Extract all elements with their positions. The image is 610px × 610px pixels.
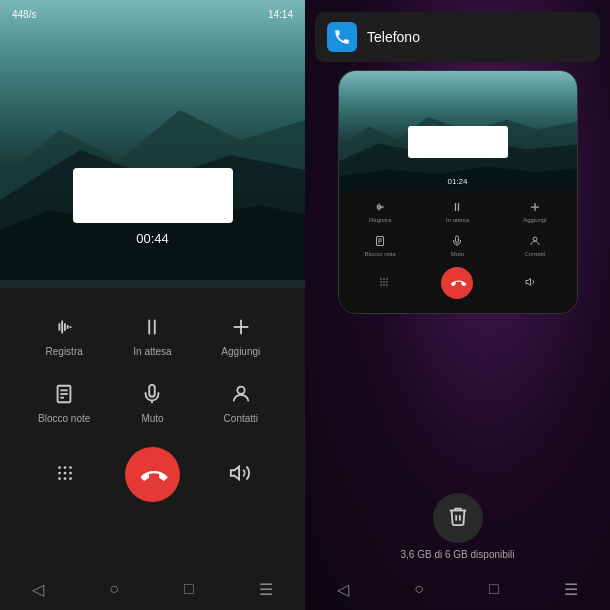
btn-registra[interactable]: Registra (20, 308, 108, 365)
mini-phone: 01:24 Registra (338, 70, 578, 314)
contatti-icon (230, 383, 252, 408)
end-call-button[interactable] (125, 447, 180, 502)
caller-card (73, 168, 233, 223)
svg-point-52 (383, 281, 385, 283)
svg-point-51 (380, 281, 382, 283)
right-nav-menu[interactable]: ☰ (564, 580, 578, 599)
mini-end-call-icon (446, 271, 469, 294)
svg-point-50 (386, 278, 388, 280)
storage-text: 3,6 GB di 6 GB disponibili (401, 549, 515, 560)
svg-point-48 (380, 278, 382, 280)
svg-point-26 (64, 477, 67, 480)
svg-point-24 (69, 472, 72, 475)
mini-btn-contatti[interactable]: Contatti (497, 231, 572, 261)
nav-bar-right: ◁ ○ □ ☰ (305, 568, 610, 610)
right-nav-back[interactable]: ◁ (337, 580, 349, 599)
mini-blocco-note-icon (374, 235, 386, 249)
mini-speaker-icon (525, 276, 537, 290)
status-bar: 448/s 14:14 (0, 0, 305, 28)
mini-aggiungi-label: Aggiungi (523, 217, 546, 223)
mini-in-attesa-label: In attesa (446, 217, 469, 223)
in-attesa-label: In attesa (133, 346, 171, 357)
mini-btn-speaker[interactable] (525, 272, 537, 294)
right-nav-home[interactable]: ○ (414, 580, 424, 598)
call-timer: 00:44 (136, 231, 169, 246)
mini-muto-icon (451, 235, 463, 249)
mini-caller-card (408, 126, 508, 158)
blocco-note-label: Blocco note (38, 413, 90, 424)
notification-popup[interactable]: Telefono (315, 12, 600, 62)
mini-controls: Registra In attesa (339, 191, 577, 313)
btn-dialpad[interactable] (54, 454, 76, 495)
registra-icon (53, 316, 75, 341)
right-nav-recents[interactable]: □ (489, 580, 499, 598)
svg-marker-57 (526, 279, 531, 286)
btn-blocco-note[interactable]: Blocco note (20, 375, 108, 432)
aggiungi-icon (230, 316, 252, 341)
end-call-icon (132, 454, 173, 495)
notif-app-icon (327, 22, 357, 52)
registra-label: Registra (46, 346, 83, 357)
trash-area: 3,6 GB di 6 GB disponibili (305, 493, 610, 568)
mini-bottom-row (343, 261, 573, 307)
bottom-call-row (10, 432, 295, 512)
svg-point-20 (64, 466, 67, 469)
nav-menu[interactable]: ☰ (259, 580, 273, 599)
mini-contatti-label: Contatti (524, 251, 545, 257)
nav-back[interactable]: ◁ (32, 580, 44, 599)
btn-contatti[interactable]: Contatti (197, 375, 285, 432)
nav-home[interactable]: ○ (109, 580, 119, 598)
mini-btn-blocco-note[interactable]: Blocco note (343, 231, 418, 261)
in-attesa-icon (141, 316, 163, 341)
btn-speaker[interactable] (229, 454, 251, 495)
mini-registra-label: Registra (369, 217, 391, 223)
right-side: Telefono 01:24 (305, 0, 610, 610)
mini-registra-icon (374, 201, 386, 215)
svg-point-53 (386, 281, 388, 283)
svg-point-25 (58, 477, 61, 480)
mini-in-attesa-icon (451, 201, 463, 215)
btn-aggiungi[interactable]: Aggiungi (197, 308, 285, 365)
call-content: 00:44 (0, 28, 305, 288)
mini-btn-aggiungi[interactable]: Aggiungi (497, 197, 572, 227)
controls-area: Registra In attesa Aggiungi (0, 288, 305, 568)
mini-aggiungi-icon (529, 201, 541, 215)
svg-marker-28 (230, 467, 238, 480)
status-time: 14:14 (268, 9, 293, 20)
svg-point-19 (58, 466, 61, 469)
trash-icon (447, 505, 469, 532)
svg-point-21 (69, 466, 72, 469)
svg-point-55 (383, 284, 385, 286)
aggiungi-label: Aggiungi (221, 346, 260, 357)
mini-phone-bg: 01:24 (339, 71, 577, 191)
mini-btn-dialpad[interactable] (378, 272, 390, 294)
mini-dialpad-icon (378, 276, 390, 290)
mini-controls-grid: Registra In attesa (343, 197, 573, 261)
svg-point-27 (69, 477, 72, 480)
notif-title: Telefono (367, 29, 420, 45)
contatti-label: Contatti (224, 413, 258, 424)
btn-in-attesa[interactable]: In attesa (108, 308, 196, 365)
speaker-icon (229, 462, 251, 487)
svg-point-54 (380, 284, 382, 286)
mini-timer: 01:24 (339, 177, 577, 186)
svg-point-56 (386, 284, 388, 286)
svg-point-47 (533, 237, 537, 241)
mini-end-call-button[interactable] (441, 267, 473, 299)
trash-button[interactable] (433, 493, 483, 543)
svg-point-18 (237, 387, 244, 394)
controls-grid: Registra In attesa Aggiungi (10, 308, 295, 432)
mini-muto-label: Muto (451, 251, 464, 257)
svg-point-22 (58, 472, 61, 475)
mini-btn-in-attesa[interactable]: In attesa (420, 197, 495, 227)
mini-btn-muto[interactable]: Muto (420, 231, 495, 261)
svg-point-23 (64, 472, 67, 475)
nav-bar: ◁ ○ □ ☰ (0, 568, 305, 610)
mini-blocco-note-label: Blocco note (364, 251, 395, 257)
mini-contatti-icon (529, 235, 541, 249)
dialpad-icon (54, 462, 76, 487)
btn-muto[interactable]: Muto (108, 375, 196, 432)
mini-btn-registra[interactable]: Registra (343, 197, 418, 227)
muto-label: Muto (141, 413, 163, 424)
nav-recents[interactable]: □ (184, 580, 194, 598)
